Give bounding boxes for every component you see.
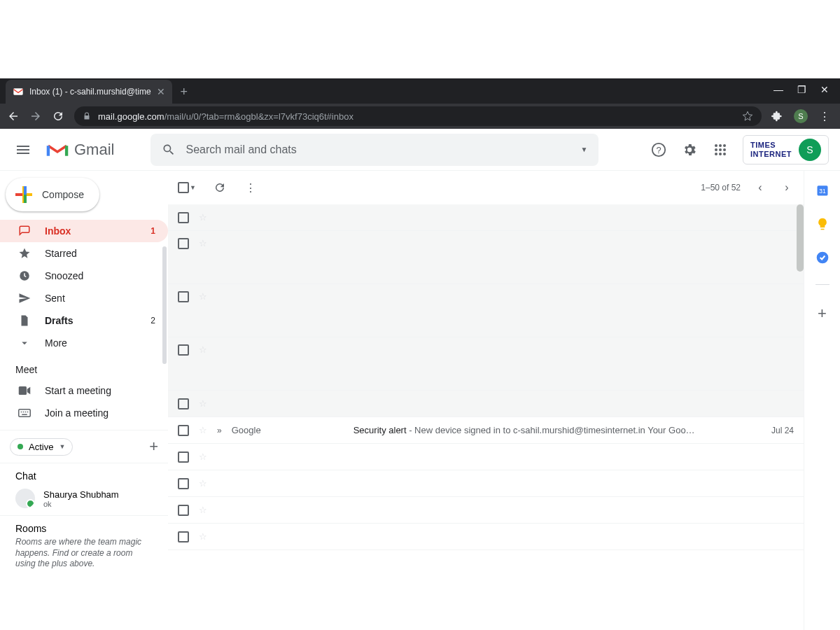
chrome-menu-icon[interactable]: ⋮	[819, 110, 830, 123]
row-star-icon[interactable]: ☆	[199, 531, 207, 542]
sidebar-scrollbar[interactable]	[162, 246, 167, 364]
row-checkbox[interactable]	[178, 425, 189, 436]
gmail-logo[interactable]: Gmail	[46, 141, 114, 159]
svg-point-5	[723, 144, 726, 147]
gmail-logo-icon	[46, 141, 69, 158]
send-icon	[18, 292, 32, 304]
chat-header: Chat	[0, 470, 168, 486]
tab-close-icon[interactable]: ✕	[157, 86, 165, 97]
window-maximize-icon[interactable]: ❐	[797, 84, 806, 95]
keep-icon[interactable]	[816, 217, 830, 231]
row-checkbox[interactable]	[178, 398, 189, 410]
nav-drafts[interactable]: Drafts 2	[0, 309, 168, 332]
new-tab-button[interactable]: +	[181, 85, 188, 99]
mail-row[interactable]: ☆	[168, 497, 804, 524]
calendar-icon[interactable]: 31	[816, 183, 830, 197]
row-star-icon[interactable]: ☆	[199, 238, 207, 248]
star-icon	[18, 247, 32, 260]
importance-marker-icon[interactable]: »	[217, 426, 222, 435]
nav-inbox[interactable]: Inbox 1	[0, 220, 168, 242]
row-star-icon[interactable]: ☆	[199, 212, 207, 223]
search-input[interactable]	[186, 144, 570, 156]
checkbox-icon	[178, 182, 189, 193]
row-star-icon[interactable]: ☆	[199, 398, 207, 409]
mail-scrollbar[interactable]	[797, 204, 804, 272]
mail-row[interactable]: ☆	[168, 391, 804, 417]
support-button[interactable]: ?	[650, 141, 667, 158]
page-next-button[interactable]: ›	[780, 181, 794, 194]
meet-join[interactable]: Join a meeting	[0, 402, 168, 424]
svg-point-8	[723, 148, 726, 151]
refresh-button[interactable]	[213, 181, 227, 195]
mail-row[interactable]: ☆	[168, 470, 804, 497]
mail-row[interactable]: ☆	[168, 444, 804, 470]
inbox-icon	[18, 225, 32, 237]
new-chat-button[interactable]: +	[149, 438, 158, 456]
caret-down-icon[interactable]: ▼	[190, 184, 196, 191]
nav-snoozed[interactable]: Snoozed	[0, 265, 168, 287]
gmail-logo-text: Gmail	[74, 141, 114, 159]
row-star-icon[interactable]: ☆	[199, 478, 207, 489]
extensions-icon[interactable]	[771, 111, 783, 122]
browser-forward-button[interactable]	[29, 110, 42, 122]
page-count: 1–50 of 52	[701, 183, 741, 192]
browser-tab[interactable]: Inbox (1) - c-sahil.murshid@time ✕	[6, 80, 172, 104]
tasks-icon[interactable]	[816, 251, 830, 265]
compose-button[interactable]: Compose	[6, 178, 99, 211]
meet-start[interactable]: Start a meeting	[0, 379, 168, 402]
row-star-icon[interactable]: ☆	[199, 344, 207, 355]
mail-row[interactable]: ☆	[168, 524, 804, 550]
mail-row[interactable]: ☆	[168, 337, 804, 391]
nav-sent[interactable]: Sent	[0, 287, 168, 309]
nav-starred[interactable]: Starred	[0, 242, 168, 265]
row-checkbox[interactable]	[178, 505, 189, 516]
rooms-section: Rooms Rooms are where the team magic hap…	[0, 515, 168, 570]
main-menu-button[interactable]	[11, 140, 35, 160]
row-star-icon[interactable]: ☆	[199, 451, 207, 462]
mail-area: ▼ ⋮ 1–50 of 52 ‹ › ☆ ☆ ☆ ☆ ☆	[168, 171, 840, 630]
mail-date: Jul 24	[771, 426, 794, 435]
compose-label: Compose	[42, 189, 84, 200]
row-star-icon[interactable]: ☆	[199, 505, 207, 515]
row-checkbox[interactable]	[178, 478, 189, 489]
select-all-checkbox[interactable]: ▼	[178, 182, 196, 193]
svg-rect-14	[19, 410, 31, 417]
nav-list: Inbox 1 Starred Snoozed Sent Drafts 2	[0, 220, 168, 354]
row-star-icon[interactable]: ☆	[199, 291, 207, 302]
more-button[interactable]: ⋮	[244, 181, 258, 195]
nav-more[interactable]: More	[0, 332, 168, 354]
search-options-icon[interactable]: ▼	[581, 146, 588, 153]
url-field[interactable]: mail.google.com/mail/u/0/?tab=rm&ogbl&zx…	[74, 106, 762, 126]
search-bar[interactable]: ▼	[150, 134, 598, 166]
browser-back-button[interactable]	[7, 110, 20, 122]
mail-row[interactable]: ☆	[168, 284, 804, 337]
row-checkbox[interactable]	[178, 531, 189, 542]
mail-row[interactable]: ☆	[168, 204, 804, 231]
chrome-profile-avatar[interactable]: S	[794, 109, 808, 123]
row-checkbox[interactable]	[178, 238, 189, 249]
mail-row[interactable]: ☆	[168, 231, 804, 284]
settings-button[interactable]	[681, 141, 698, 158]
organization-badge[interactable]: TIMES INTERNET S	[743, 135, 829, 164]
row-checkbox[interactable]	[178, 451, 189, 463]
google-apps-button[interactable]	[712, 141, 729, 158]
profile-avatar[interactable]: S	[799, 139, 821, 161]
window-minimize-icon[interactable]: —	[774, 84, 783, 95]
mail-row-security-alert[interactable]: ☆ » Google Security alert - New device s…	[168, 417, 804, 444]
window-close-icon[interactable]: ✕	[820, 84, 829, 95]
browser-reload-button[interactable]	[52, 110, 64, 122]
row-checkbox[interactable]	[178, 291, 189, 302]
row-star-icon[interactable]: ☆	[199, 425, 207, 435]
row-checkbox[interactable]	[178, 212, 189, 223]
tab-title: Inbox (1) - c-sahil.murshid@time	[29, 87, 151, 97]
rooms-description: Rooms are where the team magic happens. …	[15, 537, 153, 570]
page-prev-button[interactable]: ‹	[753, 181, 767, 194]
bookmark-star-icon[interactable]	[742, 111, 753, 122]
browser-url-bar: mail.google.com/mail/u/0/?tab=rm&ogbl&zx…	[0, 104, 840, 129]
chat-contact[interactable]: Shaurya Shubham ok	[0, 486, 168, 511]
get-addons-button[interactable]: +	[818, 304, 827, 323]
divider	[816, 284, 830, 285]
status-chip[interactable]: Active ▼	[10, 438, 73, 456]
file-icon	[18, 314, 32, 327]
row-checkbox[interactable]	[178, 344, 189, 356]
